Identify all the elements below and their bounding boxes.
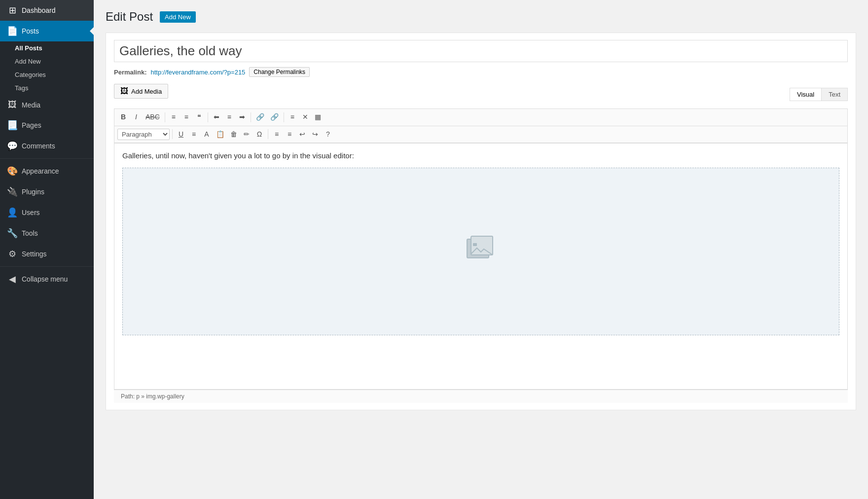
toolbar-sep-1 — [165, 112, 165, 122]
add-media-icon: 🖼 — [120, 87, 128, 96]
sidebar-item-add-new[interactable]: Add New — [0, 55, 94, 68]
toolbar-paste-text[interactable]: 🗑 — [228, 128, 240, 141]
path-bar: Path: p » img.wp-gallery — [114, 390, 848, 403]
collapse-icon: ◀ — [7, 274, 18, 285]
editor-content-area[interactable]: Galleries, until now, haven't given you … — [114, 143, 848, 390]
toolbar-paste[interactable]: 📋 — [214, 128, 227, 141]
toolbar-bold[interactable]: B — [117, 111, 129, 124]
media-icon: 🖼 — [7, 100, 18, 110]
sidebar-item-label: Media — [22, 101, 40, 109]
sidebar-item-label: Comments — [22, 142, 55, 150]
toolbar-sep-2 — [208, 112, 208, 122]
tools-icon: 🔧 — [7, 228, 18, 239]
sidebar-item-label: Users — [22, 209, 40, 216]
post-title-input[interactable] — [114, 40, 848, 62]
settings-icon: ⚙ — [7, 249, 18, 259]
toolbar-help[interactable]: ? — [322, 128, 334, 141]
sidebar-item-tools[interactable]: 🔧 Tools — [0, 223, 94, 244]
page-header: Edit Post Add New — [106, 10, 856, 24]
add-new-button[interactable]: Add New — [160, 11, 196, 23]
sidebar-item-label: Appearance — [22, 167, 59, 175]
sidebar-item-settings[interactable]: ⚙ Settings — [0, 244, 94, 264]
toolbar-row-1: B I ABC ≡ ≡ ❝ ⬅ ≡ ➡ 🔗 🔗 ≡ ✕ ▦ — [114, 108, 848, 126]
toolbar-outdent[interactable]: ≡ — [271, 128, 283, 141]
sidebar-item-label: Tools — [22, 229, 38, 237]
toolbar-strikethrough[interactable]: ABC — [143, 111, 162, 124]
sidebar-item-label: Settings — [22, 250, 47, 258]
sidebar-item-all-posts[interactable]: All Posts — [0, 41, 94, 55]
text-tab[interactable]: Text — [821, 88, 848, 101]
sidebar-item-tags[interactable]: Tags — [0, 81, 94, 95]
sidebar-item-comments[interactable]: 💬 Comments — [0, 136, 94, 156]
permalink-label: Permalink: — [114, 69, 146, 76]
toolbar-align-right[interactable]: ➡ — [236, 111, 248, 124]
toolbar-font-color[interactable]: A — [201, 128, 213, 141]
sidebar-item-media[interactable]: 🖼 Media — [0, 95, 94, 115]
toolbar-align-left[interactable]: ⬅ — [211, 111, 222, 124]
permalink-url: http://feverandframe.com/?p=215 — [150, 69, 245, 76]
plugins-icon: 🔌 — [7, 186, 18, 197]
toolbar-underline[interactable]: U — [175, 128, 187, 141]
toolbar-align-center[interactable]: ≡ — [223, 111, 235, 124]
sidebar-item-users[interactable]: 👤 Users — [0, 202, 94, 223]
toolbar-sep-4 — [284, 112, 284, 122]
toolbar-unlink[interactable]: 🔗 — [268, 111, 281, 124]
dashboard-icon: ⊞ — [7, 5, 18, 16]
change-permalinks-button[interactable]: Change Permalinks — [249, 67, 310, 77]
sidebar-item-label: Posts — [22, 27, 39, 35]
comments-icon: 💬 — [7, 141, 18, 151]
toolbar-redo[interactable]: ↪ — [309, 128, 321, 141]
toolbar-clear[interactable]: ✏ — [241, 128, 253, 141]
sidebar-item-label: Dashboard — [22, 6, 56, 14]
add-media-label: Add Media — [131, 88, 162, 95]
add-media-button[interactable]: 🖼 Add Media — [114, 84, 168, 99]
sidebar-item-collapse[interactable]: ◀ Collapse menu — [0, 269, 94, 289]
sidebar-item-label: Collapse menu — [22, 275, 68, 283]
posts-icon: 📄 — [7, 26, 18, 36]
main-content: Edit Post Add New Permalink: http://feve… — [94, 0, 868, 499]
svg-rect-2 — [473, 243, 477, 246]
sidebar-item-categories[interactable]: Categories — [0, 68, 94, 81]
toolbar-special-chars[interactable]: Ω — [253, 128, 265, 141]
toolbar-link[interactable]: 🔗 — [253, 111, 267, 124]
sidebar-item-dashboard[interactable]: ⊞ Dashboard — [0, 0, 94, 21]
toolbar-fullscreen[interactable]: ✕ — [299, 111, 311, 124]
toolbar-justify[interactable]: ≡ — [188, 128, 200, 141]
editor-box: Permalink: http://feverandframe.com/?p=2… — [106, 33, 856, 410]
toolbar-ordered-list[interactable]: ≡ — [181, 111, 192, 124]
add-media-row: 🖼 Add Media — [114, 84, 168, 99]
appearance-icon: 🎨 — [7, 166, 18, 177]
pages-icon: 📃 — [7, 120, 18, 131]
visual-tab[interactable]: Visual — [790, 88, 821, 101]
sidebar-item-appearance[interactable]: 🎨 Appearance — [0, 161, 94, 181]
toolbar-unordered-list[interactable]: ≡ — [168, 111, 180, 124]
editor-paragraph: Galleries, until now, haven't given you … — [122, 151, 839, 160]
toolbar-insert[interactable]: ≡ — [287, 111, 298, 124]
sidebar-item-plugins[interactable]: 🔌 Plugins — [0, 181, 94, 202]
toolbar-italic[interactable]: I — [130, 111, 142, 124]
toolbar-indent[interactable]: ≡ — [284, 128, 295, 141]
page-title: Edit Post — [106, 10, 153, 24]
visual-text-tabs: Visual Text — [790, 88, 848, 101]
sidebar-item-posts[interactable]: 📄 Posts — [0, 21, 94, 41]
gallery-placeholder — [122, 168, 839, 335]
toolbar-blockquote[interactable]: ❝ — [193, 111, 205, 124]
permalink-row: Permalink: http://feverandframe.com/?p=2… — [114, 67, 848, 77]
users-icon: 👤 — [7, 207, 18, 218]
toolbar-sep-5 — [172, 129, 173, 139]
toolbar-sep-3 — [251, 112, 251, 122]
sidebar-item-label: Pages — [22, 121, 41, 129]
toolbar-row-2: Paragraph Heading 1 Heading 2 Heading 3 … — [114, 126, 848, 143]
sidebar-item-label: Plugins — [22, 188, 44, 196]
sidebar-item-pages[interactable]: 📃 Pages — [0, 115, 94, 136]
toolbar-grid[interactable]: ▦ — [312, 111, 324, 124]
gallery-icon — [466, 235, 496, 268]
toolbar-sep-6 — [268, 129, 268, 139]
sidebar: ⊞ Dashboard 📄 Posts All Posts Add New Ca… — [0, 0, 94, 499]
paragraph-select[interactable]: Paragraph Heading 1 Heading 2 Heading 3 … — [117, 129, 170, 140]
toolbar-undo[interactable]: ↩ — [296, 128, 308, 141]
